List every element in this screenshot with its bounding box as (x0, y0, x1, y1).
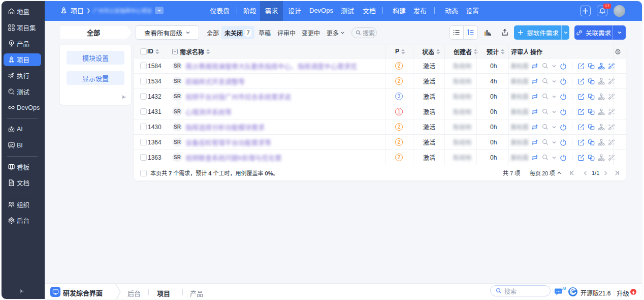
svg-text:AI: AI (562, 287, 566, 290)
